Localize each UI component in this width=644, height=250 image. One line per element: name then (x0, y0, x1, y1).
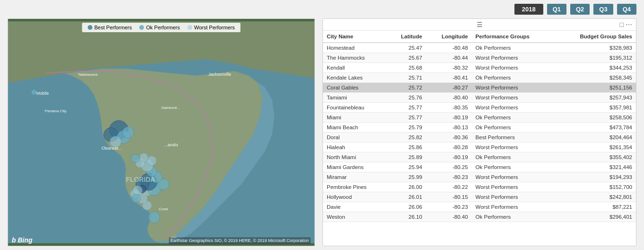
cell-lon: -80.19 (426, 113, 472, 123)
cell-lat: 26.00 (387, 182, 426, 192)
cell-sales: $328,983 (555, 43, 636, 53)
cell-lat: 25.77 (387, 103, 426, 113)
cell-lat: 25.71 (387, 73, 426, 83)
col-group[interactable]: Performance Groups (472, 31, 555, 43)
table-row[interactable]: Coral Gables 25.72 -80.27 Worst Performe… (323, 83, 636, 93)
cell-city: The Hammocks (323, 53, 387, 63)
table-row[interactable]: Weston 26.10 -80.40 Ok Performers $296,4… (323, 212, 636, 222)
q4-button[interactable]: Q4 (617, 4, 636, 15)
cell-lat: 25.99 (387, 172, 426, 182)
table-container[interactable]: City Name Latitude Longitude Performance… (323, 31, 636, 246)
cell-lat: 26.06 (387, 202, 426, 212)
svg-text:Mobile: Mobile (36, 91, 49, 96)
svg-point-19 (132, 194, 140, 203)
cell-city: Weston (323, 212, 387, 222)
table-row[interactable]: Homestead 25.47 -80.48 Ok Performers $32… (323, 43, 636, 53)
cell-city: Coral Gables (323, 83, 387, 93)
cell-lon: -80.32 (426, 63, 472, 73)
cell-lon: -80.25 (426, 162, 472, 172)
cell-city: Kendale Lakes (323, 73, 387, 83)
cell-group: Worst Performers (472, 103, 555, 113)
table-panel: ☰ □ ⋯ City Name Latitude Longitude Perfo… (322, 18, 636, 246)
q2-button[interactable]: Q2 (570, 4, 590, 15)
legend-worst: Worst Performers (188, 25, 235, 30)
cell-lat: 25.86 (387, 143, 426, 152)
menu-icon[interactable]: ☰ (477, 21, 483, 28)
cell-group: Ok Performers (472, 73, 555, 83)
cell-lat: 25.82 (387, 133, 426, 143)
expand-icon[interactable]: □ (620, 21, 624, 28)
worst-label: Worst Performers (194, 25, 235, 30)
cell-sales: $242,801 (555, 192, 636, 202)
q3-button[interactable]: Q3 (593, 4, 613, 15)
q1-button[interactable]: Q1 (547, 4, 566, 15)
table-row[interactable]: Miami Gardens 25.94 -80.25 Ok Performers… (323, 162, 636, 172)
cell-city: Miami Gardens (323, 162, 387, 172)
table-row[interactable]: Fountainebleau 25.77 -80.35 Worst Perfor… (323, 103, 636, 113)
data-table: City Name Latitude Longitude Performance… (323, 31, 636, 222)
svg-text:Coral: Coral (159, 207, 168, 211)
year-badge: 2018 (514, 4, 543, 15)
cell-group: Worst Performers (472, 143, 555, 152)
table-row[interactable]: Tamiami 25.76 -80.40 Worst Performers $2… (323, 93, 636, 103)
cell-lon: -80.19 (426, 152, 472, 162)
table-row[interactable]: Davie 26.06 -80.23 Worst Performers $87,… (323, 202, 636, 212)
svg-point-35 (32, 90, 36, 95)
cell-city: Davie (323, 202, 387, 212)
col-sales[interactable]: Budget Group Sales (555, 31, 636, 43)
cell-city: North Miami (323, 152, 387, 162)
cell-sales: $195,312 (555, 53, 636, 63)
cell-group: Ok Performers (472, 212, 555, 222)
col-lon[interactable]: Longitude (426, 31, 472, 43)
table-row[interactable]: The Hammocks 25.67 -80.44 Worst Performe… (323, 53, 636, 63)
col-city[interactable]: City Name (323, 31, 387, 43)
cell-city: Fountainebleau (323, 103, 387, 113)
table-row[interactable]: Kendall 25.68 -80.32 Worst Performers $3… (323, 63, 636, 73)
cell-group: Ok Performers (472, 162, 555, 172)
cell-group: Ok Performers (472, 43, 555, 53)
table-header-row: City Name Latitude Longitude Performance… (323, 31, 636, 43)
table-row[interactable]: Miami Beach 25.79 -80.13 Ok Performers $… (323, 123, 636, 133)
best-label: Best Performers (95, 25, 132, 30)
table-row[interactable]: Hialeah 25.86 -80.28 Worst Performers $2… (323, 143, 636, 152)
map-attribution: Earthstar Geographics SIO, © 2019 HERE, … (169, 237, 311, 244)
cell-city: Hialeah (323, 143, 387, 152)
cell-lat: 25.89 (387, 152, 426, 162)
cell-city: Pembroke Pines (323, 182, 387, 192)
table-row[interactable]: Doral 25.82 -80.36 Best Performers $204,… (323, 133, 636, 143)
svg-point-23 (122, 127, 134, 138)
svg-text:Gainesvil...: Gainesvil... (161, 106, 180, 110)
cell-city: Kendall (323, 63, 387, 73)
col-lat[interactable]: Latitude (387, 31, 426, 43)
cell-lon: -80.23 (426, 202, 472, 212)
cell-group: Worst Performers (472, 63, 555, 73)
main-content: Best Performers Ok Performers Worst Perf… (0, 18, 644, 250)
cell-sales: $357,981 (555, 103, 636, 113)
cell-group: Worst Performers (472, 192, 555, 202)
svg-point-15 (131, 154, 139, 162)
cell-sales: $355,402 (555, 152, 636, 162)
cell-sales: $87,221 (555, 202, 636, 212)
table-row[interactable]: Pembroke Pines 26.00 -80.22 Worst Perfor… (323, 182, 636, 192)
table-row[interactable]: Miami 25.77 -80.19 Ok Performers $258,50… (323, 113, 636, 123)
cell-group: Worst Performers (472, 83, 555, 93)
cell-lat: 25.77 (387, 113, 426, 123)
table-row[interactable]: Hollywood 26.01 -80.15 Worst Performers … (323, 192, 636, 202)
cell-lon: -80.27 (426, 83, 472, 93)
cell-sales: $296,401 (555, 212, 636, 222)
cell-lat: 25.72 (387, 83, 426, 93)
table-row[interactable]: Kendale Lakes 25.71 -80.41 Ok Performers… (323, 73, 636, 83)
cell-lon: -80.35 (426, 103, 472, 113)
top-bar: 2018 Q1 Q2 Q3 Q4 (0, 0, 644, 18)
table-row[interactable]: North Miami 25.89 -80.19 Ok Performers $… (323, 152, 636, 162)
table-row[interactable]: Miramar 25.99 -80.23 Worst Performers $1… (323, 172, 636, 182)
legend-ok: Ok Performers (139, 25, 180, 30)
cell-group: Ok Performers (472, 152, 555, 162)
cell-city: Miramar (323, 172, 387, 182)
cell-sales: $152,700 (555, 182, 636, 192)
more-icon[interactable]: ⋯ (626, 21, 632, 28)
cell-lat: 25.76 (387, 93, 426, 103)
cell-lat: 25.79 (387, 123, 426, 133)
cell-group: Worst Performers (472, 202, 555, 212)
cell-lat: 25.47 (387, 43, 426, 53)
